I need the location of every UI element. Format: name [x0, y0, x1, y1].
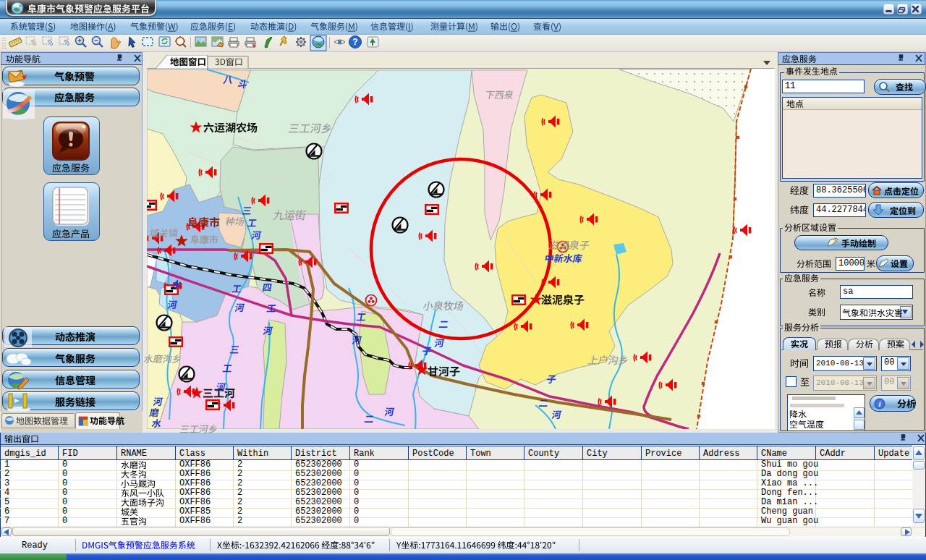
svg-text:?: ?	[352, 37, 357, 47]
